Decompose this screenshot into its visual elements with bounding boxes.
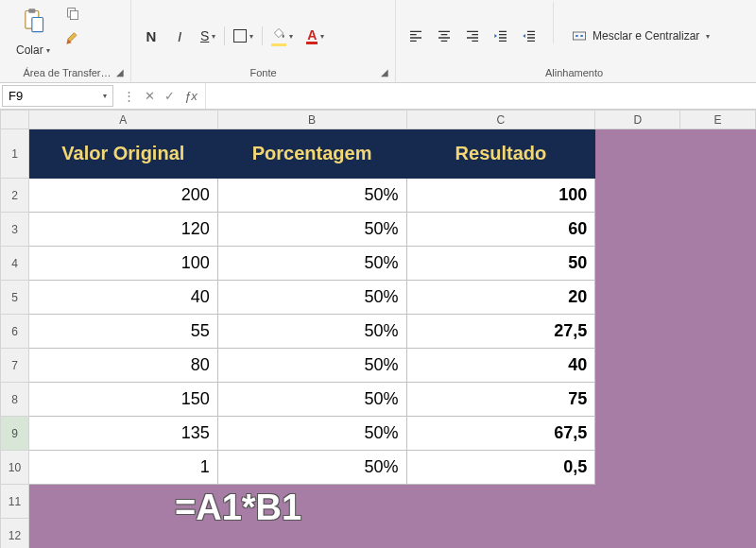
cell-A5[interactable]: 40	[28, 281, 217, 315]
chevron-down-icon: ▾	[706, 32, 710, 41]
cell-B7[interactable]: 50%	[217, 349, 406, 383]
cell-A11[interactable]	[28, 485, 217, 519]
row-head-1[interactable]: 1	[1, 129, 29, 179]
font-color-button[interactable]: A ▾	[301, 25, 329, 47]
insert-function-button[interactable]: ƒx	[180, 89, 201, 103]
cell-D1[interactable]	[595, 129, 680, 179]
svg-rect-5	[573, 32, 585, 40]
cell-B4[interactable]: 50%	[217, 247, 406, 281]
cell-C3[interactable]: 60	[406, 213, 595, 247]
chevron-down-icon: ▾	[103, 92, 107, 100]
align-right-button[interactable]	[460, 25, 485, 47]
italic-button[interactable]: I	[167, 25, 192, 47]
row-head-4[interactable]: 4	[1, 247, 29, 281]
row-head-2[interactable]: 2	[1, 179, 29, 213]
row-head-6[interactable]: 6	[1, 315, 29, 349]
clipboard-dialog-launcher[interactable]: ◢	[113, 65, 127, 78]
cell-B2[interactable]: 50%	[217, 179, 406, 213]
accept-formula-button[interactable]: ✓	[161, 89, 179, 103]
font-color-icon: A	[306, 28, 318, 44]
underline-label: S	[200, 28, 209, 43]
cell-C6[interactable]: 27,5	[406, 315, 595, 349]
paste-button[interactable]	[14, 2, 52, 40]
cell-A7[interactable]: 80	[28, 349, 217, 383]
increase-indent-button[interactable]	[517, 25, 541, 47]
align-right-icon	[465, 28, 480, 43]
merge-center-button[interactable]: Mesclar e Centralizar ▾	[565, 25, 716, 47]
cell-B8[interactable]: 50%	[217, 383, 406, 417]
ribbon: Colar ▾ Área de Tra	[0, 0, 756, 83]
fill-color-button[interactable]: ▾	[266, 25, 298, 47]
col-head-E[interactable]: E	[680, 111, 756, 129]
align-center-button[interactable]	[432, 25, 456, 47]
cell-E2[interactable]	[680, 179, 756, 213]
cell-A1[interactable]: Valor Original	[28, 129, 217, 179]
row-head-8[interactable]: 8	[1, 383, 29, 417]
row-head-9[interactable]: 9	[1, 417, 29, 451]
cell-A2[interactable]: 200	[28, 179, 217, 213]
formula-input[interactable]	[206, 83, 756, 109]
cell-C9[interactable]: 67,5	[406, 417, 595, 451]
formula-bar: F9 ▾ ⋮ ✕ ✓ ƒx	[0, 83, 756, 110]
group-label-clipboard: Área de Transfer…	[11, 65, 123, 82]
cell-B3[interactable]: 50%	[217, 213, 406, 247]
font-dialog-launcher[interactable]: ◢	[378, 65, 391, 78]
cell-E1[interactable]	[680, 129, 756, 179]
cell-C10[interactable]: 0,5	[406, 451, 595, 485]
cell-D2[interactable]	[595, 179, 680, 213]
separator	[553, 2, 554, 43]
italic-label: I	[178, 28, 181, 44]
bold-button[interactable]: N	[139, 25, 163, 47]
row-head-12[interactable]: 12	[1, 519, 29, 549]
cell-A9[interactable]: 135	[28, 417, 217, 451]
col-head-D[interactable]: D	[595, 111, 680, 129]
more-icon[interactable]: ⋮	[119, 89, 139, 103]
borders-button[interactable]: ▾	[229, 25, 258, 47]
cell-B10[interactable]: 50%	[217, 451, 406, 485]
cell-C1[interactable]: Resultado	[406, 129, 595, 179]
name-box[interactable]: F9 ▾	[2, 85, 113, 107]
col-head-C[interactable]: C	[406, 111, 595, 129]
col-head-B[interactable]: B	[217, 111, 406, 129]
col-head-A[interactable]: A	[28, 111, 217, 129]
row-head-7[interactable]: 7	[1, 349, 29, 383]
cell-C5[interactable]: 20	[406, 281, 595, 315]
paintbrush-icon	[65, 30, 80, 45]
cell-C7[interactable]: 40	[406, 349, 595, 383]
bold-label: N	[146, 28, 157, 44]
align-left-icon	[408, 28, 423, 43]
row-head-3[interactable]: 3	[1, 213, 29, 247]
spreadsheet-grid[interactable]: A B C D E 1 Valor Original Porcentagem R…	[0, 110, 756, 548]
separator	[262, 26, 263, 45]
cell-B9[interactable]: 50%	[217, 417, 406, 451]
fill-icon	[271, 26, 286, 46]
merge-icon	[572, 28, 587, 43]
cell-C8[interactable]: 75	[406, 383, 595, 417]
align-left-button[interactable]	[404, 25, 428, 47]
merge-label: Mesclar e Centralizar	[593, 29, 699, 43]
chevron-down-icon: ▾	[289, 32, 293, 41]
cell-B6[interactable]: 50%	[217, 315, 406, 349]
decrease-indent-button[interactable]	[489, 25, 513, 47]
cell-A4[interactable]: 100	[28, 247, 217, 281]
format-painter-button[interactable]	[60, 26, 85, 49]
cancel-formula-button[interactable]: ✕	[141, 89, 159, 103]
svg-rect-4	[70, 10, 77, 19]
group-label-font: Fonte	[139, 65, 387, 82]
chevron-down-icon: ▾	[320, 32, 324, 41]
copy-button[interactable]	[60, 2, 85, 25]
cell-A3[interactable]: 120	[28, 213, 217, 247]
row-head-11[interactable]: 11	[1, 485, 29, 519]
row-head-5[interactable]: 5	[1, 281, 29, 315]
cell-C2[interactable]: 100	[406, 179, 595, 213]
cell-B1[interactable]: Porcentagem	[217, 129, 406, 179]
cell-A10[interactable]: 1	[28, 451, 217, 485]
cell-A6[interactable]: 55	[28, 315, 217, 349]
paste-dropdown[interactable]: Colar ▾	[11, 42, 55, 59]
cell-A8[interactable]: 150	[28, 383, 217, 417]
cell-B5[interactable]: 50%	[217, 281, 406, 315]
row-head-10[interactable]: 10	[1, 451, 29, 485]
underline-button[interactable]: S ▾	[196, 25, 220, 47]
select-all-corner[interactable]	[1, 111, 29, 129]
cell-C4[interactable]: 50	[406, 247, 595, 281]
